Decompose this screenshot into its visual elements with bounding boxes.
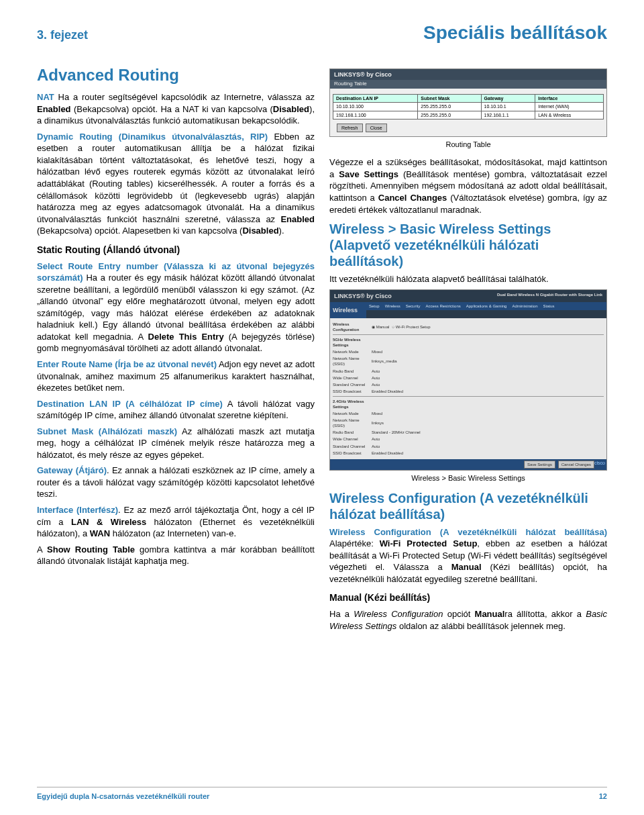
lead-enter-route-name: Enter Route Name (Írja be az útvonal nev… [37,359,217,369]
para-wireless-config: Wireless Configuration (A vezetéknélküli… [329,526,607,585]
lead-subnet-mask: Subnet Mask (Alhálózati maszk) [37,426,177,436]
wireless-tabs: Setup Wireless Security Access Restricti… [366,302,606,310]
para-save-settings: Végezze el a szükséges beállításokat, mó… [329,156,607,215]
figure-caption-wireless: Wireless > Basic Wireless Settings [329,473,607,483]
lead-destination-lan-ip: Destination LAN IP (A célhálózat IP címe… [37,399,223,409]
table-row: 10.10.10.100255.255.255.010.10.10.1Inter… [333,103,604,111]
heading-static-routing: Static Routing (Állandó útvonal) [37,244,315,256]
table-row: 192.168.1.100255.255.255.0192.168.1.1LAN… [333,111,604,119]
radio-manual[interactable]: ◉ Manual [372,324,389,330]
page-header: 3. fejezet Speciális beállítások [37,20,607,46]
section-title: Speciális beállítások [423,20,607,46]
heading-wireless-config: Wireless Configuration (A vezetéknélküli… [329,490,607,522]
figure-tab: Routing Table [330,80,606,89]
wireless-title: Dual Band Wireless N Gigabit Router with… [497,292,602,297]
wconf-label: Wireless Configuration [333,322,369,332]
para-dynamic-routing: Dynamic Routing (Dinamikus útvonalválasz… [37,131,315,237]
para-manual: Ha a Wireless Configuration opciót Manua… [329,608,607,632]
save-settings-button[interactable]: Save Settings [524,461,555,469]
th-dest-ip: Destination LAN IP [333,94,418,102]
lead-nat: NAT [37,92,54,102]
wireless-brand: LINKSYS® by Cisco [334,293,392,299]
para-gateway: Gateway (Átjáró). Ez annak a hálózati es… [37,465,315,500]
figure-brand: LINKSYS® by Cisco [330,69,606,80]
routing-table: Destination LAN IP Subnet Mask Gateway I… [333,94,604,119]
page-footer: Egyidejű dupla N-csatornás vezetéknélkül… [37,787,607,802]
lead-gateway: Gateway (Átjáró) [37,465,107,475]
th-interface: Interface [535,94,604,102]
tab-access[interactable]: Access Restrictions [425,303,460,309]
para-show-routing-table: A Show Routing Table gombra kattintva a … [37,544,315,567]
tab-apps[interactable]: Applications & Gaming [466,303,507,309]
tab-wireless[interactable]: Wireless [385,303,400,309]
footer-text: Egyidejű dupla N-csatornás vezetéknélkül… [37,792,209,802]
th-subnet: Subnet Mask [418,94,481,102]
para-subnet-mask: Subnet Mask (Alhálózati maszk) Az alháló… [37,426,315,461]
wireless-side: Wireless [330,302,366,318]
figure-caption-routing: Routing Table [329,140,607,150]
left-column: Advanced Routing NAT Ha a router segítsé… [37,64,315,636]
group-24ghz: 2.4GHz Wireless Settings [333,399,369,410]
para-interface: Interface (Interfész). Ez az mező arról … [37,504,315,540]
th-gateway: Gateway [481,94,535,102]
lead-wireless-config: Wireless Configuration (A vezetéknélküli… [329,527,607,537]
lead-interface: Interface (Interfész) [37,505,118,515]
chapter-label: 3. fejezet [37,27,88,43]
tab-admin[interactable]: Administration [512,303,537,309]
tab-security[interactable]: Security [406,303,421,309]
heading-basic-wireless: Wireless > Basic Wireless Settings (Alap… [329,221,607,269]
para-select-route: Select Route Entry number (Válassza ki a… [37,260,315,354]
heading-advanced-routing: Advanced Routing [37,64,315,86]
radio-wps[interactable]: ○ Wi-Fi Protect Setup [392,324,430,330]
cisco-logo: cisco [594,460,605,466]
lead-dynamic-routing: Dynamic Routing (Dinamikus útvonalválasz… [37,132,268,142]
heading-manual: Manual (Kézi beállítás) [329,591,607,604]
para-nat: NAT Ha a router segítségével kapcsolódik… [37,91,315,127]
para-enter-route-name: Enter Route Name (Írja be az útvonal nev… [37,358,315,394]
refresh-button[interactable]: Refresh [337,124,363,132]
para-destination-lan-ip: Destination LAN IP (A célhálózat IP címe… [37,398,315,422]
cancel-changes-button[interactable]: Cancel Changes [558,461,594,469]
figure-routing-table: LINKSYS® by Cisco Routing Table Destinat… [329,68,607,138]
page-number: 12 [599,792,607,802]
close-button[interactable]: Close [366,124,387,132]
figure-wireless-settings: LINKSYS® by Cisco Dual Band Wireless N G… [329,289,607,471]
group-5ghz: 5GHz Wireless Settings [333,337,369,348]
para-wireless-intro: Itt vezetéknélküli hálózata alapvető beá… [329,273,607,285]
right-column: LINKSYS® by Cisco Routing Table Destinat… [329,64,607,636]
tab-setup[interactable]: Setup [369,303,380,309]
tab-status[interactable]: Status [543,303,554,309]
